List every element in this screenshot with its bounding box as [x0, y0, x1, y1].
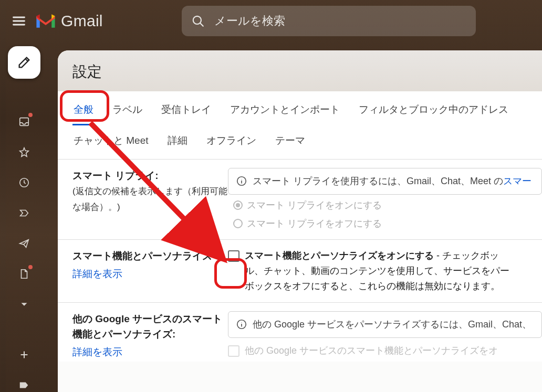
- section-smart-features: スマート機能とパーソナライズ 詳細を表示 スマート機能とパーソナライズをオンにす…: [58, 239, 542, 302]
- radio-on: [233, 200, 243, 210]
- other-google-label: 他の Google サービスのスマート機能とパーソナライズをオ: [245, 343, 498, 358]
- tab-labels[interactable]: ラベル: [111, 100, 143, 125]
- tab-filters[interactable]: フィルタとブロック中のアドレス: [358, 100, 509, 125]
- other-google-link[interactable]: 詳細を表示: [72, 344, 122, 359]
- page-title: 設定: [72, 62, 527, 82]
- left-rail: [0, 46, 48, 392]
- radio-off: [233, 219, 243, 228]
- search-icon: [191, 14, 205, 28]
- tab-accounts[interactable]: アカウントとインポート: [229, 100, 341, 125]
- gmail-m-icon: [35, 13, 57, 29]
- hamburger-icon: [12, 14, 26, 28]
- main-menu-button[interactable]: [6, 8, 32, 34]
- star-icon: [18, 146, 30, 158]
- info-link[interactable]: スマー: [503, 176, 531, 186]
- search-bar[interactable]: メールを検索: [182, 6, 476, 36]
- settings-tabs-row1: 全般 ラベル 受信トレイ アカウントとインポート フィルタとブロック中のアドレス: [58, 91, 542, 125]
- label-icon: [18, 379, 30, 391]
- smart-features-checkbox[interactable]: [228, 250, 239, 262]
- app-header: Gmail メールを検索: [0, 0, 542, 42]
- smart-reply-sub: (返信文の候補を表示します（利用可能な場合）。): [72, 186, 227, 211]
- tab-offline[interactable]: オフライン: [205, 131, 257, 151]
- panel-header: 設定: [58, 50, 542, 91]
- smart-features-title: スマート機能とパーソナライズ: [72, 250, 212, 261]
- smart-reply-title: スマート リプライ:: [72, 170, 159, 181]
- tab-inbox[interactable]: 受信トレイ: [160, 100, 212, 125]
- smart-features-label: スマート機能とパーソナライズをオンにする: [245, 250, 434, 261]
- other-google-checkbox[interactable]: [228, 345, 239, 357]
- chevron-down-icon: [18, 299, 30, 310]
- chevron-tag-icon: [18, 207, 30, 219]
- settings-tabs-row2: チャットと Meet 詳細 オフライン テーマ: [58, 125, 542, 159]
- nav-drafts[interactable]: [12, 263, 37, 284]
- badge-dot: [28, 113, 33, 117]
- tab-advanced[interactable]: 詳細: [166, 131, 189, 151]
- tab-themes[interactable]: テーマ: [274, 131, 306, 151]
- file-icon: [18, 268, 30, 280]
- send-icon: [18, 238, 30, 249]
- nav-inbox[interactable]: [12, 111, 37, 132]
- tab-chat-meet[interactable]: チャットと Meet: [72, 131, 150, 151]
- other-google-info: 他の Google サービスをパーソナライズするには、Gmail、Chat、: [228, 311, 542, 338]
- section-smart-reply: スマート リプライ: (返信文の候補を表示します（利用可能な場合）。) スマート…: [58, 159, 542, 239]
- smart-reply-info: スマート リプライを使用するには、Gmail、Chat、Meet のスマー: [228, 168, 542, 195]
- tab-general[interactable]: 全般: [72, 100, 95, 125]
- smart-reply-off-row[interactable]: スマート リプライをオフにする: [228, 216, 542, 231]
- nav-important[interactable]: [12, 203, 37, 224]
- nav-label[interactable]: [12, 375, 37, 392]
- nav-sent[interactable]: [12, 233, 37, 254]
- pencil-icon: [17, 55, 32, 70]
- gmail-wordmark: Gmail: [61, 12, 103, 30]
- plus-icon: [18, 349, 30, 361]
- smart-reply-on-row[interactable]: スマート リプライをオンにする: [228, 198, 542, 213]
- info-icon: [236, 175, 247, 187]
- other-google-title: 他の Google サービスのスマート機能とパーソナライズ:: [72, 313, 222, 340]
- settings-panel: 設定 全般 ラベル 受信トレイ アカウントとインポート フィルタとブロック中のア…: [58, 50, 542, 392]
- info-icon: [236, 319, 247, 330]
- smart-features-link[interactable]: 詳細を表示: [72, 266, 122, 281]
- clock-icon: [18, 177, 30, 188]
- info-text: 他の Google サービスをパーソナライズするには、Gmail、Chat、: [253, 317, 531, 332]
- nav-new-label[interactable]: [12, 344, 37, 365]
- nav-starred[interactable]: [12, 142, 37, 163]
- nav-more[interactable]: [12, 294, 37, 315]
- section-other-google: 他の Google サービスのスマート機能とパーソナライズ: 詳細を表示 他の …: [58, 302, 542, 362]
- gmail-logo[interactable]: Gmail: [35, 12, 103, 30]
- info-text: スマート リプライを使用するには、Gmail、Chat、Meet のスマー: [253, 174, 531, 189]
- search-placeholder: メールを検索: [214, 13, 285, 29]
- compose-button[interactable]: [8, 46, 40, 79]
- badge-dot: [28, 265, 33, 269]
- nav-snoozed[interactable]: [12, 172, 37, 193]
- inbox-icon: [18, 116, 30, 128]
